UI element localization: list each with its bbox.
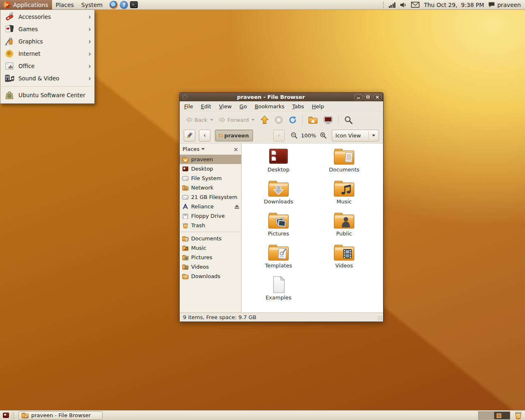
path-scroll-left-button[interactable] bbox=[199, 130, 210, 142]
path-segment-button[interactable]: praveen bbox=[215, 130, 253, 142]
applet-handle[interactable] bbox=[383, 2, 385, 8]
menu-system[interactable]: System bbox=[78, 0, 106, 10]
workspace-1[interactable] bbox=[479, 412, 494, 419]
search-button[interactable] bbox=[342, 114, 355, 126]
help-icon[interactable] bbox=[120, 1, 128, 9]
workspace-window-thumbnail bbox=[497, 413, 501, 418]
terminal-icon[interactable] bbox=[130, 1, 138, 8]
icon-view[interactable]: Desktop Documents bbox=[242, 144, 383, 313]
forward-button[interactable]: Forward bbox=[217, 114, 257, 126]
mail-icon[interactable] bbox=[411, 2, 420, 8]
sidebar-item-desktop[interactable]: Desktop bbox=[180, 164, 241, 173]
file-label: Downloads bbox=[264, 199, 293, 205]
sidebar-item-floppy-drive[interactable]: Floppy Drive bbox=[180, 211, 241, 221]
minimize-button[interactable] bbox=[354, 94, 363, 100]
menu-item-games[interactable]: Games bbox=[0, 23, 94, 35]
menu-view[interactable]: View bbox=[219, 103, 232, 110]
file-videos[interactable]: Videos bbox=[313, 244, 375, 276]
games-icon bbox=[5, 24, 14, 34]
menu-bookmarks[interactable]: Bookmarks bbox=[255, 103, 285, 110]
back-button[interactable]: Back bbox=[183, 114, 215, 126]
computer-button[interactable] bbox=[321, 114, 335, 126]
taskbar-button-file-browser[interactable]: praveen - File Browser bbox=[18, 411, 103, 420]
file-music[interactable]: Music bbox=[313, 180, 375, 212]
forward-history-chevron-icon bbox=[251, 119, 255, 121]
title-bar[interactable]: praveen - File Browser bbox=[180, 93, 383, 101]
menu-item-sound-video[interactable]: Sound & Video bbox=[0, 72, 94, 84]
sidebar-item-21gb-filesystem[interactable]: 21 GB Filesystem bbox=[180, 192, 241, 202]
file-pictures[interactable]: Pictures bbox=[248, 212, 309, 244]
up-arrow-icon bbox=[260, 115, 269, 124]
applet-handle[interactable] bbox=[14, 412, 15, 419]
trash-icon bbox=[514, 411, 523, 420]
firefox-icon[interactable] bbox=[110, 1, 118, 9]
folder-templates-icon bbox=[267, 244, 290, 262]
sidebar-close-icon[interactable] bbox=[233, 146, 238, 153]
reload-button[interactable] bbox=[286, 114, 299, 126]
sidebar-item-label: Videos bbox=[191, 264, 209, 270]
network-signal-icon[interactable] bbox=[389, 2, 396, 8]
menu-tabs[interactable]: Tabs bbox=[292, 103, 304, 110]
path-scroll-right-button[interactable] bbox=[273, 130, 285, 142]
file-examples[interactable]: Examples bbox=[248, 276, 309, 308]
desktop-mini-icon bbox=[182, 166, 189, 172]
folder-documents-mini-icon bbox=[182, 235, 189, 242]
home-button[interactable] bbox=[306, 114, 320, 126]
up-button[interactable] bbox=[258, 114, 271, 126]
menu-item-internet[interactable]: Internet bbox=[0, 48, 94, 60]
sidebar-item-file-system[interactable]: File System bbox=[180, 173, 241, 183]
zoom-out-icon[interactable] bbox=[290, 131, 298, 139]
menu-places[interactable]: Places bbox=[52, 0, 78, 10]
desktop: { "top_panel": { "menus": [ { "label": "… bbox=[0, 0, 525, 420]
menu-item-software-center[interactable]: Ubuntu Software Center bbox=[0, 88, 94, 102]
sidebar-item-videos[interactable]: Videos bbox=[180, 262, 241, 272]
menu-edit[interactable]: Edit bbox=[201, 103, 211, 110]
sidebar-item-reliance[interactable]: Reliance bbox=[180, 202, 241, 211]
menu-go[interactable]: Go bbox=[240, 103, 247, 110]
menu-bar: File Edit View Go Bookmarks Tabs Help bbox=[180, 101, 383, 112]
view-mode-select[interactable]: Icon View bbox=[332, 130, 379, 142]
sidebar-item-label: Music bbox=[191, 245, 206, 251]
file-public[interactable]: Public bbox=[313, 212, 375, 244]
user-menu[interactable]: praveen bbox=[488, 2, 521, 8]
menu-item-graphics[interactable]: Graphics bbox=[0, 35, 94, 48]
file-documents[interactable]: Documents bbox=[313, 148, 375, 180]
file-templates[interactable]: Templates bbox=[248, 244, 309, 276]
file-downloads[interactable]: Downloads bbox=[248, 180, 309, 212]
menu-applications[interactable]: Applications bbox=[0, 0, 52, 10]
drive-icon bbox=[182, 194, 189, 201]
close-button[interactable] bbox=[373, 94, 381, 100]
sidebar-item-trash[interactable]: Trash bbox=[180, 221, 241, 230]
window-menu-icon[interactable] bbox=[183, 95, 187, 100]
sidebar-item-downloads[interactable]: Downloads bbox=[180, 272, 241, 281]
sidebar-header-select[interactable]: Places bbox=[180, 144, 241, 155]
show-desktop-button[interactable] bbox=[0, 411, 12, 420]
maximize-button[interactable] bbox=[364, 94, 372, 100]
sidebar-item-music[interactable]: Music bbox=[180, 243, 241, 253]
user-name: praveen bbox=[497, 2, 521, 8]
sidebar-item-documents[interactable]: Documents bbox=[180, 234, 241, 243]
sidebar-item-pictures[interactable]: Pictures bbox=[180, 253, 241, 262]
eject-icon[interactable] bbox=[234, 204, 240, 209]
toolbar-separator bbox=[338, 115, 339, 125]
file-desktop[interactable]: Desktop bbox=[248, 148, 309, 180]
menu-item-office[interactable]: Office bbox=[0, 60, 94, 72]
folder-downloads-mini-icon bbox=[182, 273, 189, 280]
file-label: Videos bbox=[335, 262, 353, 269]
accessories-icon bbox=[5, 12, 14, 22]
volume-icon[interactable] bbox=[399, 1, 407, 9]
edit-location-button[interactable] bbox=[184, 130, 195, 142]
menu-file[interactable]: File bbox=[184, 103, 193, 110]
clock[interactable]: Thu Oct 29, 9:38 PM bbox=[424, 2, 484, 8]
menu-item-accessories[interactable]: Accessories bbox=[0, 11, 94, 23]
sidebar-item-network[interactable]: Network bbox=[180, 183, 241, 192]
sidebar-item-praveen[interactable]: praveen bbox=[180, 155, 241, 164]
zoom-in-icon[interactable] bbox=[320, 131, 327, 139]
menu-help[interactable]: Help bbox=[312, 103, 324, 110]
file-label: Templates bbox=[265, 262, 292, 269]
stop-button[interactable] bbox=[272, 114, 285, 126]
workspace-2[interactable] bbox=[494, 412, 510, 419]
resize-grip[interactable] bbox=[377, 316, 382, 321]
pencil-icon bbox=[186, 132, 193, 139]
trash-applet[interactable] bbox=[513, 411, 523, 420]
